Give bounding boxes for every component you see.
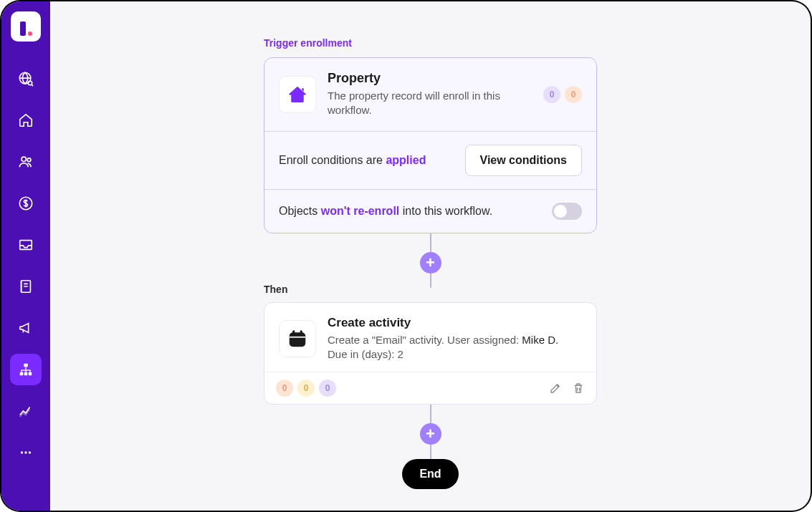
action-card[interactable]: Create activity Create a "Email" activit… bbox=[264, 302, 597, 405]
nav-book[interactable] bbox=[10, 271, 42, 302]
svg-rect-6 bbox=[24, 364, 28, 367]
nav-more[interactable] bbox=[10, 437, 42, 468]
nav-megaphone[interactable] bbox=[10, 312, 42, 344]
nav-dollar[interactable] bbox=[10, 188, 42, 219]
conditions-accent: applied bbox=[386, 154, 426, 166]
reenroll-suffix: into this workflow. bbox=[399, 205, 492, 217]
workflow-canvas: Trigger enrollment Property The property… bbox=[50, 1, 811, 511]
svg-point-2 bbox=[22, 157, 26, 161]
svg-rect-7 bbox=[20, 372, 24, 376]
trigger-section-label: Trigger enrollment bbox=[264, 37, 352, 49]
svg-point-11 bbox=[24, 451, 27, 453]
svg-rect-8 bbox=[29, 372, 32, 376]
action-desc-user: Mike D. bbox=[522, 334, 558, 346]
sidebar bbox=[1, 1, 50, 511]
action-title: Create activity bbox=[328, 316, 582, 330]
megaphone-icon bbox=[18, 320, 34, 336]
workflow-icon bbox=[18, 362, 34, 377]
trigger-badge-2: 0 bbox=[565, 86, 582, 103]
action-badges: 0 0 0 bbox=[276, 380, 336, 397]
svg-point-12 bbox=[29, 451, 31, 453]
flow-column: Trigger enrollment Property The property… bbox=[264, 37, 597, 511]
dollar-icon bbox=[18, 195, 34, 211]
then-section-label: Then bbox=[264, 284, 287, 295]
connector-line bbox=[430, 274, 431, 288]
connector-1: + bbox=[420, 233, 441, 288]
delete-icon[interactable] bbox=[572, 382, 585, 395]
svg-rect-15 bbox=[300, 330, 302, 334]
trigger-card[interactable]: Property The property record will enroll… bbox=[264, 57, 597, 233]
conditions-text: Enroll conditions are applied bbox=[279, 154, 465, 167]
action-footer: 0 0 0 bbox=[264, 372, 596, 404]
reenroll-toggle[interactable] bbox=[552, 203, 582, 220]
activity-icon-box bbox=[279, 320, 316, 357]
action-badge-2: 0 bbox=[297, 380, 315, 397]
nav-workflow[interactable] bbox=[10, 354, 42, 385]
nav-globe[interactable] bbox=[10, 63, 42, 95]
calendar-icon bbox=[287, 328, 308, 349]
chart-icon bbox=[18, 403, 34, 419]
svg-rect-16 bbox=[290, 337, 306, 338]
nav-home[interactable] bbox=[10, 105, 42, 136]
reenroll-row: Objects won't re-enroll into this workfl… bbox=[264, 189, 596, 233]
svg-rect-13 bbox=[290, 332, 306, 347]
action-desc-line2: Due in (days): 2 bbox=[328, 348, 403, 360]
reenroll-accent: won't re-enroll bbox=[321, 205, 400, 217]
action-header-row: Create activity Create a "Email" activit… bbox=[264, 303, 596, 372]
property-icon bbox=[287, 84, 308, 105]
edit-icon[interactable] bbox=[549, 382, 562, 395]
svg-point-1 bbox=[28, 81, 32, 85]
nav-inbox[interactable] bbox=[10, 229, 42, 261]
book-icon bbox=[18, 279, 34, 294]
trigger-body: Property The property record will enroll… bbox=[328, 71, 543, 118]
conditions-prefix: Enroll conditions are bbox=[279, 154, 386, 166]
add-step-button-1[interactable]: + bbox=[420, 252, 441, 274]
connector-line bbox=[430, 405, 431, 423]
action-badge-1: 0 bbox=[276, 380, 293, 397]
add-step-button-2[interactable]: + bbox=[420, 423, 441, 445]
more-icon bbox=[18, 445, 34, 460]
action-desc-prefix: Create a "Email" activity. User assigned… bbox=[328, 334, 522, 346]
svg-point-3 bbox=[27, 158, 31, 162]
trigger-badge-1: 0 bbox=[543, 86, 560, 103]
reenroll-prefix: Objects bbox=[279, 205, 321, 217]
action-footer-icons bbox=[549, 382, 585, 395]
end-node: End bbox=[402, 459, 458, 489]
reenroll-text: Objects won't re-enroll into this workfl… bbox=[279, 205, 552, 218]
home-icon bbox=[18, 112, 34, 128]
svg-rect-9 bbox=[24, 372, 28, 376]
connector-line bbox=[430, 445, 431, 459]
trigger-subtitle: The property record will enroll in this … bbox=[328, 89, 543, 118]
svg-rect-14 bbox=[292, 330, 295, 334]
view-conditions-button[interactable]: View conditions bbox=[465, 145, 583, 176]
globe-icon bbox=[18, 71, 34, 87]
action-body: Create activity Create a "Email" activit… bbox=[328, 316, 582, 362]
inbox-icon bbox=[18, 237, 34, 253]
connector-2: + bbox=[420, 405, 441, 459]
nav-chart[interactable] bbox=[10, 395, 42, 427]
trigger-header-row: Property The property record will enroll… bbox=[264, 58, 596, 131]
connector-line bbox=[430, 233, 431, 252]
trigger-title: Property bbox=[328, 71, 543, 86]
conditions-row: Enroll conditions are applied View condi… bbox=[264, 131, 596, 189]
svg-point-10 bbox=[21, 451, 23, 453]
app-logo bbox=[11, 11, 41, 42]
property-icon-box bbox=[279, 76, 316, 113]
people-icon bbox=[18, 154, 34, 170]
nav-people[interactable] bbox=[10, 146, 42, 178]
app-frame: Trigger enrollment Property The property… bbox=[1, 1, 811, 511]
action-desc: Create a "Email" activity. User assigned… bbox=[328, 333, 582, 362]
action-badge-3: 0 bbox=[319, 380, 336, 397]
trigger-badges: 0 0 bbox=[543, 86, 582, 103]
